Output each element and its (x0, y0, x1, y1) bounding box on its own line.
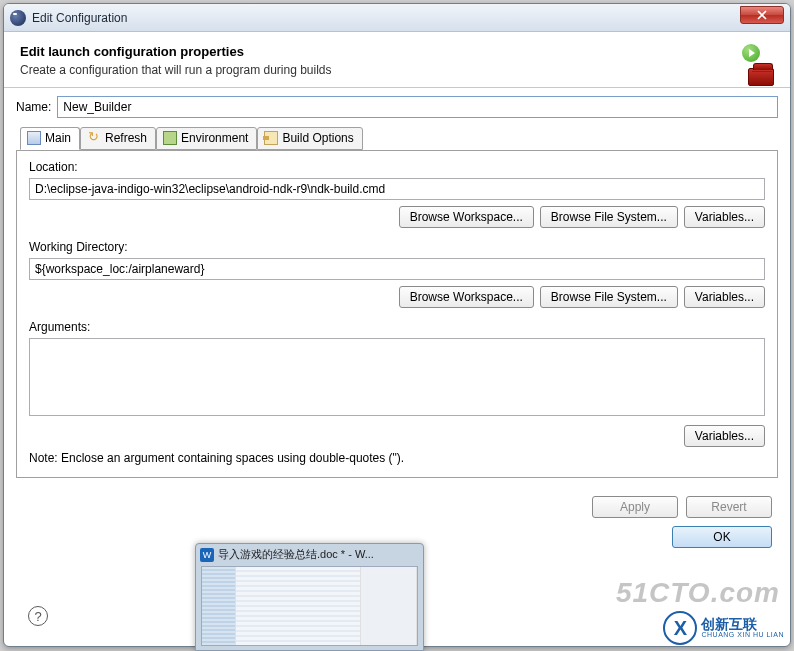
main-tab-icon (27, 131, 41, 145)
window-title: Edit Configuration (32, 11, 740, 25)
environment-tab-icon (163, 131, 177, 145)
header-icon-group (740, 44, 774, 86)
revert-button[interactable]: Revert (686, 496, 772, 518)
arguments-textarea[interactable] (29, 338, 765, 416)
tab-main[interactable]: Main (20, 127, 80, 150)
workdir-browse-filesystem-button[interactable]: Browse File System... (540, 286, 678, 308)
thumbnail-title: 导入游戏的经验总结.doc * - W... (218, 547, 419, 562)
refresh-tab-icon (87, 131, 101, 145)
header-panel: Edit launch configuration properties Cre… (4, 32, 790, 88)
arguments-button-row: Variables... (29, 425, 765, 447)
location-variables-button[interactable]: Variables... (684, 206, 765, 228)
run-icon (742, 44, 760, 62)
location-input[interactable] (29, 178, 765, 200)
arguments-label: Arguments: (29, 320, 765, 334)
toolbox-icon (748, 68, 774, 86)
arguments-note: Note: Enclose an argument containing spa… (29, 451, 765, 465)
workdir-label: Working Directory: (29, 240, 765, 254)
main-tab-panel: Location: Browse Workspace... Browse Fil… (16, 150, 778, 478)
tab-refresh-label: Refresh (105, 131, 147, 145)
name-label: Name: (16, 100, 51, 114)
taskbar-thumbnail[interactable]: W 导入游戏的经验总结.doc * - W... (195, 543, 424, 651)
location-browse-filesystem-button[interactable]: Browse File System... (540, 206, 678, 228)
tab-bar: Main Refresh Environment Build Options (16, 127, 778, 151)
arguments-variables-button[interactable]: Variables... (684, 425, 765, 447)
wps-icon: W (200, 548, 214, 562)
ok-button[interactable]: OK (672, 526, 772, 548)
close-button[interactable] (740, 6, 784, 24)
workdir-button-row: Browse Workspace... Browse File System..… (29, 286, 765, 308)
location-label: Location: (29, 160, 765, 174)
tab-main-label: Main (45, 131, 71, 145)
build-options-tab-icon (264, 131, 278, 145)
titlebar[interactable]: Edit Configuration (4, 4, 790, 32)
location-button-row: Browse Workspace... Browse File System..… (29, 206, 765, 228)
thumbnail-preview (201, 566, 418, 646)
tab-build-options[interactable]: Build Options (257, 127, 362, 150)
workdir-input[interactable] (29, 258, 765, 280)
header-description: Create a configuration that will run a p… (20, 63, 774, 77)
tab-build-options-label: Build Options (282, 131, 353, 145)
close-icon (757, 10, 767, 20)
header-title: Edit launch configuration properties (20, 44, 774, 59)
name-row: Name: (16, 96, 778, 118)
location-browse-workspace-button[interactable]: Browse Workspace... (399, 206, 534, 228)
tab-environment-label: Environment (181, 131, 248, 145)
thumbnail-header: W 导入游戏的经验总结.doc * - W... (196, 544, 423, 564)
eclipse-icon (10, 10, 26, 26)
tab-refresh[interactable]: Refresh (80, 127, 156, 150)
workdir-browse-workspace-button[interactable]: Browse Workspace... (399, 286, 534, 308)
apply-revert-row: Apply Revert (4, 488, 790, 522)
help-button[interactable]: ? (28, 606, 48, 626)
apply-button[interactable]: Apply (592, 496, 678, 518)
content-area: Name: Main Refresh Environment Build Opt… (4, 88, 790, 488)
name-input[interactable] (57, 96, 778, 118)
workdir-variables-button[interactable]: Variables... (684, 286, 765, 308)
tab-environment[interactable]: Environment (156, 127, 257, 150)
